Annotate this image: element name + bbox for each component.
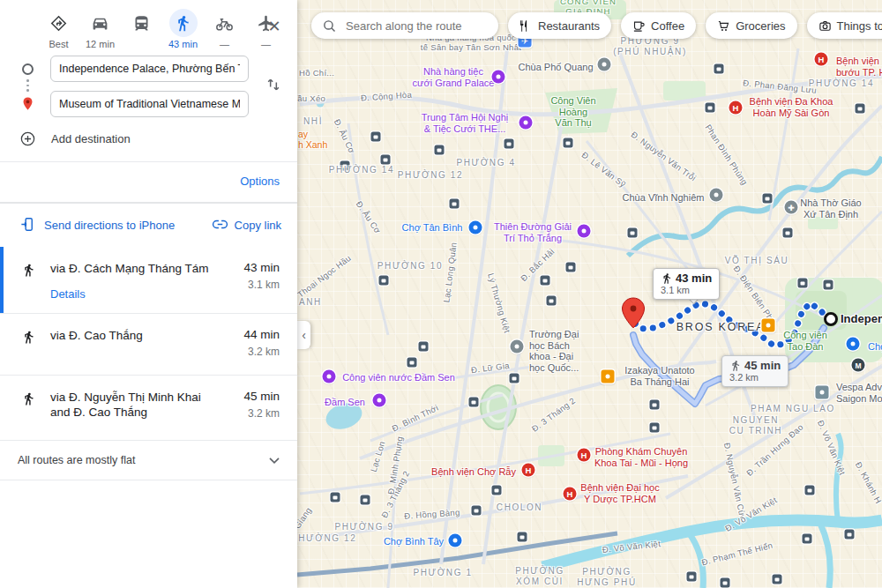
poi-red-h-icon[interactable]: H	[729, 101, 743, 115]
poi-purple-icon[interactable]	[373, 394, 386, 407]
poi-gray-circle-icon[interactable]	[710, 189, 723, 202]
route-details-link[interactable]: Details	[50, 287, 281, 301]
poi-purple-icon[interactable]	[323, 370, 336, 383]
poi-gray-circle-icon[interactable]	[511, 340, 524, 354]
share-row: Send directions to iPhone Copy link	[0, 202, 297, 247]
send-directions-button[interactable]: Send directions to iPhone	[19, 216, 175, 235]
map-label: PHƯỜNG 12	[398, 170, 463, 181]
link-icon	[212, 216, 228, 235]
route-time-callout[interactable]: 45 min3.2 km	[721, 355, 789, 387]
route-time: 45 min	[243, 390, 280, 403]
poi-orange-sq-icon[interactable]	[602, 370, 615, 383]
travel-mode-drive[interactable]: 12 min	[82, 9, 118, 50]
poi-gray-sq-icon[interactable]	[816, 386, 829, 399]
poi-red-h-icon[interactable]: H	[815, 53, 828, 66]
chip-label: Groceries	[736, 19, 785, 33]
map-label: Bệnh viện Đa KhoaHoàn Mỹ Sài Gòn	[750, 96, 833, 118]
destination-field-pin-icon	[20, 96, 35, 111]
route-option[interactable]: via Đ. Nguyễn Thị Minh Khai and Đ. Cao T…	[0, 375, 297, 436]
travel-mode-best[interactable]: Best	[41, 9, 77, 50]
copy-link-button[interactable]: Copy link	[212, 216, 281, 235]
bike-icon	[211, 9, 239, 37]
walking-icon	[661, 272, 673, 285]
transit-station-icon	[650, 400, 660, 410]
route-time-callout[interactable]: 43 min3.1 km	[653, 268, 720, 300]
map-label: Chùa Vĩnh Nghiêm	[623, 192, 705, 204]
walking-icon	[21, 330, 36, 348]
route-option[interactable]: via Đ. Cao Thắng44 min3.2 km	[0, 313, 297, 375]
map-label: PHƯỜNG 9	[334, 522, 393, 532]
chip-restaurants[interactable]: Restaurants	[508, 12, 611, 39]
panel-collapse-button[interactable]: ‹	[297, 321, 310, 349]
swap-origin-destination-button[interactable]	[262, 74, 285, 97]
poi-red-h-icon[interactable]: H	[564, 488, 577, 501]
map-label: PHƯỜNG 12	[291, 533, 356, 544]
poi-blue-cart-icon[interactable]	[449, 534, 462, 547]
map-label: Nhà hàng tiệccưới Grand Palace	[413, 66, 495, 88]
map-label: Chợ	[868, 341, 882, 353]
chip-groceries[interactable]: Groceries	[706, 12, 796, 39]
transit-station-icon	[783, 228, 793, 238]
add-destination-label: Add destination	[51, 132, 131, 145]
origin-marker[interactable]	[824, 312, 838, 326]
travel-mode-label: —	[261, 39, 271, 50]
poi-metro-icon[interactable]: M	[852, 359, 865, 372]
close-directions-button[interactable]: ✕	[262, 14, 287, 39]
poi-gray-circle-icon[interactable]: ✚	[785, 201, 798, 214]
route-title: via Đ. Cao Thắng	[50, 328, 213, 344]
transit-station-icon	[805, 486, 815, 495]
options-link[interactable]: Options	[240, 175, 280, 188]
poi-gray-circle-icon[interactable]	[598, 58, 611, 71]
origin-input[interactable]	[50, 56, 249, 82]
transit-station-icon	[687, 572, 697, 582]
map-label: ayh Xanh	[298, 129, 327, 150]
map-label: Izakaya UnatotoBa Tháng Hai	[624, 365, 695, 387]
transit-station-icon	[763, 194, 773, 204]
poi-orange-sq-icon[interactable]	[762, 319, 775, 332]
poi-blue-cart-icon[interactable]	[469, 221, 482, 234]
map-label: PHƯỜNGHƯNG PHÚ	[577, 567, 636, 587]
routes-elevation-summary[interactable]: All routes are mostly flat	[0, 440, 297, 480]
transit-station-icon	[650, 423, 660, 433]
transit-station-icon	[419, 342, 429, 352]
map-label: Trường Đạihọc Báchkhoa - Đạihọc Quốc...	[529, 329, 579, 374]
route-distance: 3.2 km	[248, 407, 280, 420]
poi-purple-icon[interactable]	[492, 71, 505, 84]
poi-purple-icon[interactable]	[519, 116, 533, 130]
transit-station-icon	[381, 155, 391, 165]
map-label: Bệnh việnbướu TP. H	[836, 56, 882, 78]
copy-link-label: Copy link	[235, 219, 281, 232]
waypoint-dots-icon	[26, 79, 29, 92]
search-along-route[interactable]	[311, 12, 498, 39]
chip-things[interactable]: Things to do	[807, 12, 882, 39]
map-label: PHƯỜNG 10	[377, 261, 443, 272]
poi-purple-icon[interactable]	[578, 225, 591, 238]
travel-mode-bike[interactable]: —	[206, 9, 243, 50]
search-input[interactable]	[344, 19, 503, 33]
map-label: Phòng Khám ChuyênKhoa Tai - Mũi - Họng	[594, 446, 688, 468]
transit-station-icon	[541, 276, 550, 286]
transit-station-icon	[845, 530, 855, 540]
travel-mode-transit[interactable]	[123, 9, 160, 50]
transit-station-icon	[706, 103, 715, 113]
chevron-down-icon	[265, 451, 283, 469]
route-option[interactable]: via Đ. Cách Mạng Tháng Tám43 min3.1 kmDe…	[0, 247, 297, 313]
send-to-phone-icon	[19, 216, 36, 235]
travel-mode-walk[interactable]: 43 min	[165, 9, 201, 50]
destination-input[interactable]	[50, 91, 249, 117]
transit-station-icon	[361, 495, 370, 505]
poi-red-h-icon[interactable]: H	[578, 449, 591, 462]
chip-coffee[interactable]: Coffee	[621, 12, 696, 39]
map-top-bar: RestaurantsCoffeeGroceriesThings to do	[311, 12, 882, 39]
restaurants-icon	[519, 19, 533, 33]
walk-icon	[169, 9, 198, 37]
transit-station-icon	[505, 139, 514, 149]
poi-red-h-icon[interactable]: H	[522, 464, 535, 477]
map-label: Thiên Đường GiảiTrí Thỏ Trắng	[494, 221, 572, 243]
send-directions-label: Send directions to iPhone	[44, 219, 175, 232]
map-label: NGUYENCU TRINH	[729, 415, 782, 435]
poi-blue-cart-icon[interactable]	[847, 338, 860, 351]
add-destination-button[interactable]: Add destination	[0, 126, 297, 151]
map-label: Chợ Tân Bình	[402, 222, 463, 234]
map-label: Hồ Chí...	[299, 69, 334, 78]
